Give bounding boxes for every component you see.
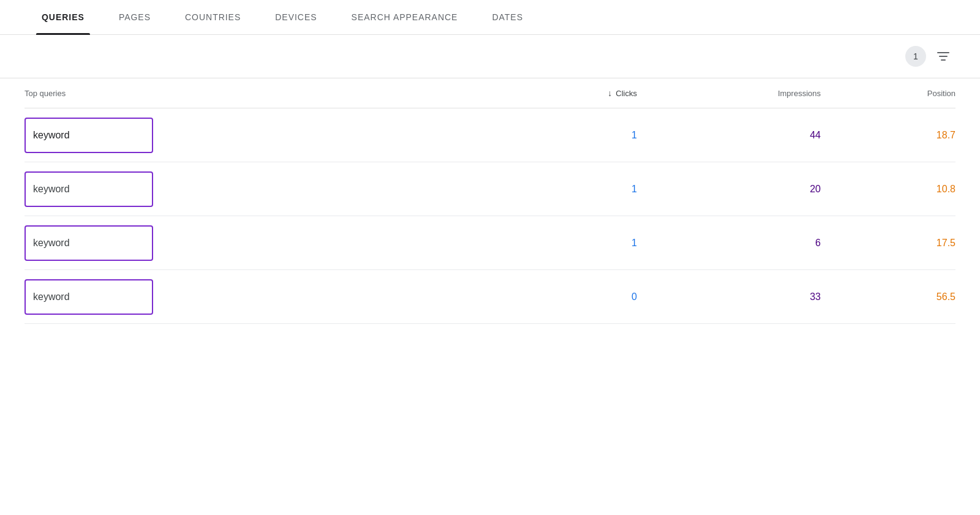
query-text: keyword [33,130,70,140]
clicks-value: 1 [631,130,637,141]
position-value: 17.5 [937,238,956,248]
position-value: 56.5 [937,291,956,302]
table-row[interactable]: keyword 1 6 17.5 [24,216,956,270]
query-text: keyword [33,238,70,248]
col-header-query: Top queries [24,89,306,98]
filter-row: 1 [0,35,980,78]
tabs-container: QUERIES PAGES COUNTRIES DEVICES SEARCH A… [0,0,980,35]
tab-search-appearance[interactable]: SEARCH APPEARANCE [334,0,475,34]
filter-icon[interactable] [936,49,951,64]
impressions-value: 33 [810,291,821,302]
table-header: Top queries ↓ Clicks Impressions Positio… [24,78,956,108]
query-text: keyword [33,184,70,194]
impressions-value: 6 [815,238,821,248]
impressions-value: 20 [810,184,821,194]
col-header-impressions[interactable]: Impressions [637,89,821,98]
tab-pages[interactable]: PAGES [102,0,168,34]
table-row[interactable]: keyword 0 33 56.5 [24,270,956,324]
table-row[interactable]: keyword 1 20 10.8 [24,162,956,216]
impressions-value: 44 [810,130,821,140]
clicks-value: 0 [631,291,637,303]
tab-queries[interactable]: QUERIES [24,0,102,34]
filter-count-badge[interactable]: 1 [905,46,926,67]
tab-devices[interactable]: DEVICES [258,0,334,34]
sort-arrow-icon: ↓ [608,88,612,98]
query-text: keyword [33,291,70,302]
col-header-position[interactable]: Position [821,89,956,98]
position-value: 10.8 [937,184,956,194]
position-value: 18.7 [937,130,956,140]
clicks-value: 1 [631,238,637,249]
tab-countries[interactable]: COUNTRIES [168,0,258,34]
col-header-clicks[interactable]: ↓ Clicks [306,88,637,98]
col-clicks-label: Clicks [616,89,637,98]
clicks-value: 1 [631,184,637,195]
data-table: Top queries ↓ Clicks Impressions Positio… [0,78,980,324]
tab-dates[interactable]: DATES [475,0,540,34]
table-row[interactable]: keyword 1 44 18.7 [24,108,956,162]
